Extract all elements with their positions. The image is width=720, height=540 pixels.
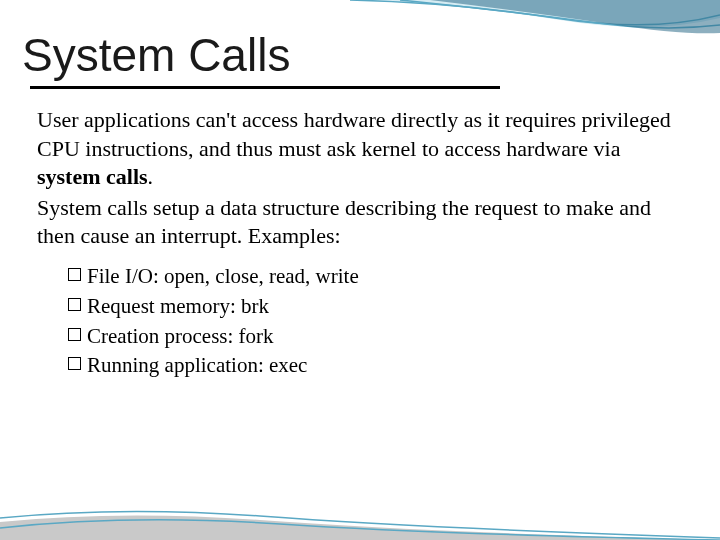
list-item: File I/O: open, close, read, write — [68, 262, 668, 292]
examples-list: File I/O: open, close, read, write Reque… — [68, 262, 668, 381]
square-bullet-icon — [68, 268, 81, 281]
slide-title: System Calls — [22, 28, 290, 82]
list-item-label: Creation process: fork — [87, 322, 274, 352]
square-bullet-icon — [68, 298, 81, 311]
square-bullet-icon — [68, 357, 81, 370]
paragraph-2: System calls setup a data structure desc… — [37, 194, 687, 251]
list-item-label: File I/O: open, close, read, write — [87, 262, 359, 292]
square-bullet-icon — [68, 328, 81, 341]
list-item-label: Running application: exec — [87, 351, 307, 381]
list-item-label: Request memory: brk — [87, 292, 269, 322]
body-text: User applications can't access hardware … — [37, 106, 687, 253]
paragraph-1b: . — [148, 164, 154, 189]
list-item: Running application: exec — [68, 351, 668, 381]
paragraph-1a: User applications can't access hardware … — [37, 107, 671, 161]
list-item: Request memory: brk — [68, 292, 668, 322]
paragraph-1-bold: system calls — [37, 164, 148, 189]
title-underline — [30, 86, 500, 89]
paragraph-1: User applications can't access hardware … — [37, 106, 687, 192]
decorative-bottom-waves — [0, 500, 720, 540]
list-item: Creation process: fork — [68, 322, 668, 352]
